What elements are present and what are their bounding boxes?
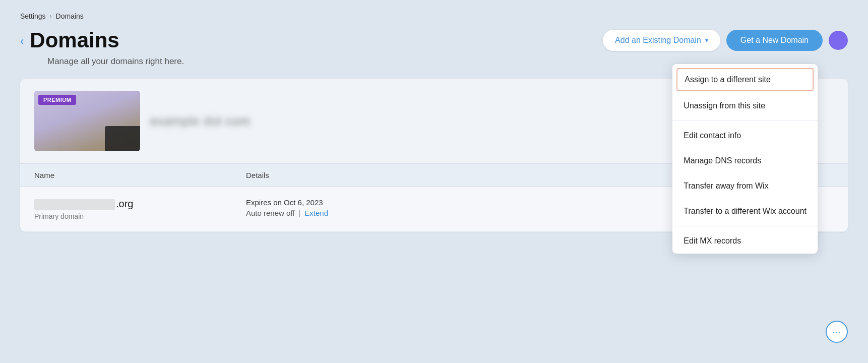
- dropdown-item-manage-dns[interactable]: Manage DNS records: [672, 148, 818, 173]
- domain-full-name: .org: [34, 198, 246, 210]
- col-name-header: Name: [34, 171, 246, 179]
- more-options-button[interactable]: ···: [826, 321, 848, 343]
- domain-tld: .org: [116, 198, 133, 209]
- get-new-domain-button[interactable]: Get a New Domain: [726, 30, 823, 51]
- breadcrumb-settings[interactable]: Settings: [20, 12, 46, 20]
- dropdown-item-edit-contact[interactable]: Edit contact info: [672, 123, 818, 148]
- premium-badge: PREMIUM: [38, 95, 76, 105]
- dropdown-item-transfer-wix[interactable]: Transfer to a different Wix account: [672, 199, 818, 224]
- dropdown-divider-1: [672, 120, 818, 121]
- dropdown-item-assign[interactable]: Assign to a different site: [676, 68, 814, 91]
- header-row: ‹ Domains Add an Existing Domain ▾ Get a…: [20, 28, 848, 52]
- dropdown-item-unassign[interactable]: Unassign from this site: [672, 93, 818, 118]
- domain-name-cell: .org Primary domain: [34, 198, 246, 220]
- domain-type-label: Primary domain: [34, 212, 246, 220]
- add-existing-domain-button[interactable]: Add an Existing Domain ▾: [603, 30, 720, 51]
- dropdown-divider-2: [672, 226, 818, 226]
- site-thumbnail: PREMIUM: [34, 91, 140, 151]
- breadcrumb: Settings › Domains: [20, 12, 848, 20]
- header-left: ‹ Domains: [20, 28, 119, 52]
- avatar: [829, 31, 848, 50]
- add-existing-label: Add an Existing Domain: [615, 36, 701, 45]
- extend-link[interactable]: Extend: [304, 209, 328, 217]
- breadcrumb-current: Domains: [56, 12, 84, 20]
- breadcrumb-chevron-icon: ›: [50, 13, 52, 20]
- dropdown-menu: Assign to a different site Unassign from…: [672, 64, 818, 254]
- domain-name-preview: example dot com: [150, 113, 250, 129]
- chevron-down-icon: ▾: [705, 37, 708, 44]
- domain-name-blurred: [34, 199, 115, 210]
- back-arrow-icon[interactable]: ‹: [20, 35, 24, 48]
- dropdown-item-edit-mx[interactable]: Edit MX records: [672, 228, 818, 254]
- header-actions: Add an Existing Domain ▾ Get a New Domai…: [603, 30, 848, 51]
- page-title: Domains: [30, 28, 119, 52]
- dropdown-item-transfer-away[interactable]: Transfer away from Wix: [672, 173, 818, 199]
- auto-renew-label: Auto renew off: [246, 209, 294, 217]
- thumbnail-overlay: [105, 126, 140, 151]
- separator: |: [298, 209, 300, 217]
